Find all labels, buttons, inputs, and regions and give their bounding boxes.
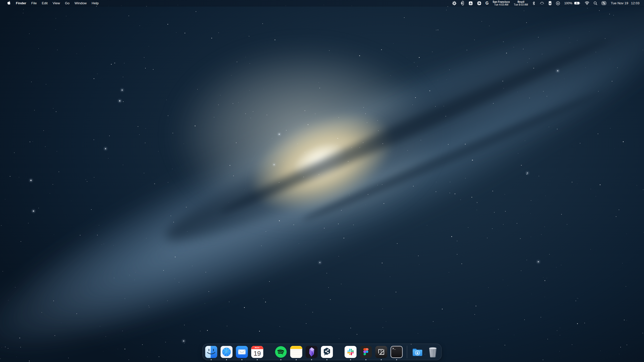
dock-safari[interactable] [221,346,233,358]
menu-finder[interactable]: Finder [13,0,29,6]
dotted-arc-icon[interactable] [538,0,546,6]
safari-icon [221,346,233,358]
menu-label: Finder [16,1,26,5]
dock-downloads[interactable] [412,346,424,358]
menu-bar-clock[interactable]: Tue Nov 19 12:03 [608,1,640,5]
trash-icon [427,346,439,358]
dock-figma[interactable] [360,346,372,358]
terminal-icon: >_ [391,346,403,358]
calendar-day: 19 [251,349,263,358]
apple-logo-icon [7,1,11,6]
iphone-mirroring-icon[interactable] [546,0,554,6]
dock-calendar[interactable]: NOV 19 [251,346,263,358]
battery-percent: 100% [564,2,573,5]
capsule-outline-icon[interactable] [459,0,466,6]
battery-status[interactable]: 100% [562,0,583,6]
clock-date: Tue Nov 19 [611,1,628,5]
running-indicator [350,359,351,360]
menu-label: Edit [42,1,48,5]
figma-icon [360,346,372,358]
g-glyph: G [486,1,489,5]
calendar-month: NOV [251,346,263,349]
clock-time: Tue 4:03 AM [494,3,508,6]
menu-file[interactable]: File [29,0,39,6]
terminal-prompt: >_ [392,347,396,350]
menu-bar: Finder File Edit View Go Window Help [0,0,644,6]
calendar-icon: NOV 19 [251,346,263,358]
dock-zed[interactable] [375,346,387,358]
now-playing-icon[interactable] [554,0,562,6]
running-indicator [242,359,243,360]
dock-mail[interactable] [236,346,248,358]
triangle-badge-icon[interactable] [466,0,475,6]
menu-label: Help [92,1,99,5]
clock-time: 12:03 [631,1,639,5]
running-indicator [366,359,367,360]
notes-icon [290,346,302,358]
world-clock-san-francisco[interactable]: San Francisco Tue 4:03 AM [491,1,512,6]
dock-spotify[interactable] [275,346,287,358]
g-circle-icon[interactable]: G [484,0,491,6]
menu-view[interactable]: View [50,0,62,6]
dock-slack[interactable] [345,346,357,358]
dock-spacer [336,346,341,358]
menu-window[interactable]: Window [72,0,89,6]
spotlight-search-icon[interactable] [591,0,599,6]
finder-icon [205,346,217,358]
running-indicator [381,359,382,360]
dock-obsidian[interactable] [306,346,318,358]
dock-trash[interactable] [427,346,439,358]
running-indicator [327,359,328,360]
running-indicator [311,359,312,360]
clock-city: San Francisco [493,1,510,3]
dock-spacer [267,346,272,358]
dock-separator [407,346,407,358]
menu-go[interactable]: Go [62,0,72,6]
control-center-icon[interactable] [599,0,608,6]
clock-city: Brazil [517,1,524,3]
bluetooth-icon[interactable] [530,0,538,6]
running-indicator [396,359,397,360]
menu-label: View [53,1,60,5]
obsidian-icon [306,346,318,358]
running-indicator [257,359,258,360]
wallpaper-galaxy [0,0,644,362]
menu-edit[interactable]: Edit [39,0,50,6]
menu-help[interactable]: Help [89,0,101,6]
slack-icon [345,346,357,358]
zed-icon [375,346,387,358]
dock: NOV 19 [203,344,442,360]
hexagon-share-icon [321,346,333,358]
clock-time: Tue 8:03 AM [514,3,528,6]
vignette [0,0,644,362]
running-indicator [280,359,281,360]
dock-terminal[interactable]: >_ [391,346,403,358]
world-clock-brazil[interactable]: Brazil Tue 8:03 AM [512,1,530,6]
mail-icon [236,346,248,358]
spotify-icon [275,346,287,358]
running-indicator [226,359,227,360]
notes-yellow-band [290,346,302,349]
menu-label: Window [74,1,87,5]
menu-label: Go [65,1,69,5]
menu-label: File [31,1,37,5]
flower-burst-icon[interactable] [450,0,459,6]
running-indicator [296,359,297,360]
wifi-icon[interactable] [583,0,591,6]
dock-share-chat[interactable] [321,346,333,358]
downloads-folder-icon [412,346,424,358]
menu-bar-left: Finder File Edit View Go Window Help [0,0,101,6]
menu-bar-status: G San Francisco Tue 4:03 AM Brazil Tue 8… [450,0,644,6]
chevron-badge-icon[interactable] [475,0,484,6]
running-indicator [211,359,212,360]
battery-charging-icon [574,2,581,5]
notes-line [290,349,302,350]
dock-finder[interactable] [205,346,217,358]
dock-notes[interactable] [290,346,302,358]
apple-menu[interactable] [5,0,13,6]
